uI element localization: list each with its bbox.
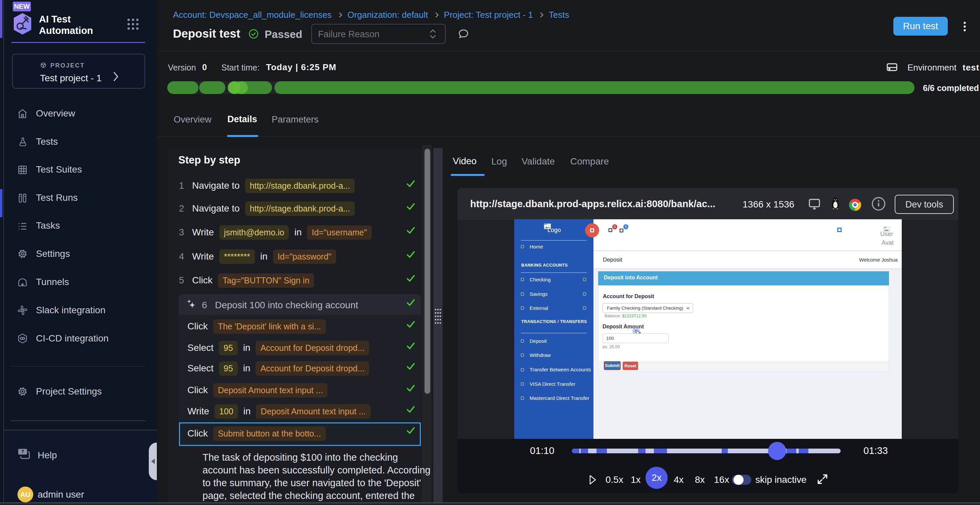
svg-text:?: ? [21,449,24,454]
